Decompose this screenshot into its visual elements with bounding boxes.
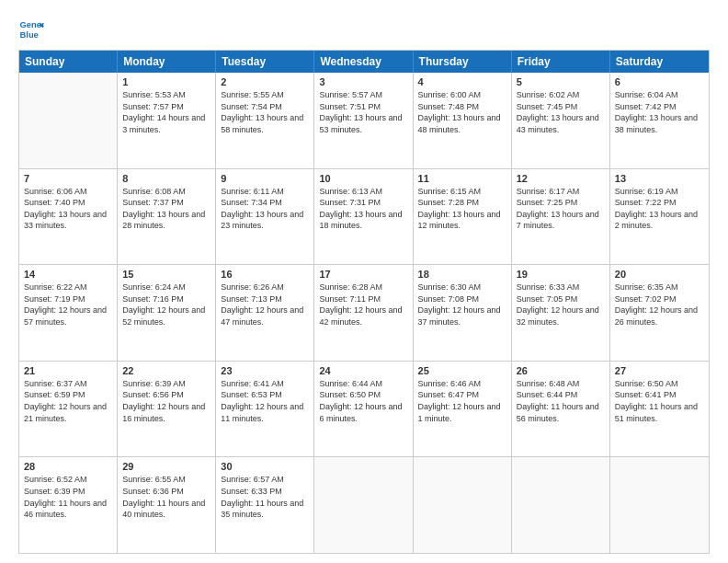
day-cell-26: 26Sunrise: 6:48 AMSunset: 6:44 PMDayligh… bbox=[512, 362, 610, 457]
day-number: 7 bbox=[24, 173, 112, 184]
day-cell-19: 19Sunrise: 6:33 AMSunset: 7:05 PMDayligh… bbox=[512, 265, 610, 361]
day-number: 20 bbox=[615, 269, 704, 280]
sun-info: Sunrise: 6:17 AMSunset: 7:25 PMDaylight:… bbox=[517, 186, 605, 232]
sun-info: Sunrise: 6:22 AMSunset: 7:19 PMDaylight:… bbox=[24, 282, 112, 327]
day-number: 10 bbox=[319, 173, 407, 184]
sun-info: Sunrise: 6:41 AMSunset: 6:53 PMDaylight:… bbox=[221, 378, 309, 424]
day-number: 24 bbox=[319, 365, 407, 376]
day-number: 15 bbox=[122, 269, 210, 280]
sun-info: Sunrise: 5:57 AMSunset: 7:51 PMDaylight:… bbox=[319, 89, 407, 135]
day-number: 27 bbox=[615, 365, 704, 376]
day-cell-10: 10Sunrise: 6:13 AMSunset: 7:31 PMDayligh… bbox=[314, 169, 413, 265]
day-cell-25: 25Sunrise: 6:46 AMSunset: 6:47 PMDayligh… bbox=[414, 362, 512, 457]
calendar-row-4: 21Sunrise: 6:37 AMSunset: 6:59 PMDayligh… bbox=[19, 361, 709, 457]
day-cell-2: 2Sunrise: 5:55 AMSunset: 7:54 PMDaylight… bbox=[216, 73, 314, 168]
sun-info: Sunrise: 6:50 AMSunset: 6:41 PMDaylight:… bbox=[615, 378, 704, 424]
sun-info: Sunrise: 6:02 AMSunset: 7:45 PMDaylight:… bbox=[517, 89, 605, 135]
sun-info: Sunrise: 6:46 AMSunset: 6:47 PMDaylight:… bbox=[418, 378, 506, 424]
day-cell-14: 14Sunrise: 6:22 AMSunset: 7:19 PMDayligh… bbox=[19, 265, 118, 361]
day-number: 2 bbox=[221, 76, 309, 87]
sun-info: Sunrise: 6:33 AMSunset: 7:05 PMDaylight:… bbox=[517, 282, 605, 327]
sun-info: Sunrise: 6:26 AMSunset: 7:13 PMDaylight:… bbox=[221, 282, 309, 327]
day-cell-11: 11Sunrise: 6:15 AMSunset: 7:28 PMDayligh… bbox=[414, 169, 512, 265]
day-cell-1: 1Sunrise: 5:53 AMSunset: 7:57 PMDaylight… bbox=[118, 73, 216, 168]
day-cell-3: 3Sunrise: 5:57 AMSunset: 7:51 PMDaylight… bbox=[314, 73, 413, 168]
day-cell-30: 30Sunrise: 6:57 AMSunset: 6:33 PMDayligh… bbox=[216, 457, 314, 553]
header-day-monday: Monday bbox=[118, 51, 216, 73]
sun-info: Sunrise: 5:55 AMSunset: 7:54 PMDaylight:… bbox=[221, 89, 309, 135]
header-day-sunday: Sunday bbox=[19, 51, 118, 73]
day-number: 5 bbox=[517, 76, 605, 87]
day-cell-13: 13Sunrise: 6:19 AMSunset: 7:22 PMDayligh… bbox=[610, 169, 709, 265]
day-cell-15: 15Sunrise: 6:24 AMSunset: 7:16 PMDayligh… bbox=[118, 265, 216, 361]
day-cell-23: 23Sunrise: 6:41 AMSunset: 6:53 PMDayligh… bbox=[216, 362, 314, 457]
empty-cell bbox=[610, 457, 709, 553]
day-cell-7: 7Sunrise: 6:06 AMSunset: 7:40 PMDaylight… bbox=[19, 169, 118, 265]
day-cell-8: 8Sunrise: 6:08 AMSunset: 7:37 PMDaylight… bbox=[118, 169, 216, 265]
sun-info: Sunrise: 6:28 AMSunset: 7:11 PMDaylight:… bbox=[319, 282, 407, 327]
empty-cell bbox=[414, 457, 512, 553]
day-number: 23 bbox=[221, 365, 309, 376]
calendar-body: 1Sunrise: 5:53 AMSunset: 7:57 PMDaylight… bbox=[19, 73, 709, 553]
sun-info: Sunrise: 6:15 AMSunset: 7:28 PMDaylight:… bbox=[418, 186, 506, 232]
empty-cell bbox=[314, 457, 413, 553]
sun-info: Sunrise: 6:57 AMSunset: 6:33 PMDaylight:… bbox=[221, 474, 309, 520]
day-number: 16 bbox=[221, 269, 309, 280]
day-number: 29 bbox=[122, 461, 210, 472]
day-number: 11 bbox=[418, 173, 506, 184]
sun-info: Sunrise: 6:37 AMSunset: 6:59 PMDaylight:… bbox=[24, 378, 112, 424]
sun-info: Sunrise: 6:30 AMSunset: 7:08 PMDaylight:… bbox=[418, 282, 506, 327]
day-number: 22 bbox=[122, 365, 210, 376]
calendar-row-5: 28Sunrise: 6:52 AMSunset: 6:39 PMDayligh… bbox=[19, 456, 709, 553]
sun-info: Sunrise: 6:06 AMSunset: 7:40 PMDaylight:… bbox=[24, 186, 112, 232]
day-cell-27: 27Sunrise: 6:50 AMSunset: 6:41 PMDayligh… bbox=[610, 362, 709, 457]
day-number: 13 bbox=[615, 173, 704, 184]
day-number: 8 bbox=[122, 173, 210, 184]
sun-info: Sunrise: 6:13 AMSunset: 7:31 PMDaylight:… bbox=[319, 186, 407, 232]
day-cell-9: 9Sunrise: 6:11 AMSunset: 7:34 PMDaylight… bbox=[216, 169, 314, 265]
logo: General Blue bbox=[18, 17, 47, 42]
day-number: 19 bbox=[517, 269, 605, 280]
day-cell-12: 12Sunrise: 6:17 AMSunset: 7:25 PMDayligh… bbox=[512, 169, 610, 265]
day-number: 1 bbox=[122, 76, 210, 87]
sun-info: Sunrise: 6:04 AMSunset: 7:42 PMDaylight:… bbox=[615, 89, 704, 135]
day-number: 14 bbox=[24, 269, 112, 280]
day-cell-4: 4Sunrise: 6:00 AMSunset: 7:48 PMDaylight… bbox=[414, 73, 512, 168]
sun-info: Sunrise: 6:48 AMSunset: 6:44 PMDaylight:… bbox=[517, 378, 605, 424]
sun-info: Sunrise: 6:24 AMSunset: 7:16 PMDaylight:… bbox=[122, 282, 210, 327]
day-cell-6: 6Sunrise: 6:04 AMSunset: 7:42 PMDaylight… bbox=[610, 73, 709, 168]
svg-text:Blue: Blue bbox=[20, 30, 39, 40]
header-day-friday: Friday bbox=[512, 51, 610, 73]
day-cell-22: 22Sunrise: 6:39 AMSunset: 6:56 PMDayligh… bbox=[118, 362, 216, 457]
day-number: 21 bbox=[24, 365, 112, 376]
sun-info: Sunrise: 6:08 AMSunset: 7:37 PMDaylight:… bbox=[122, 186, 210, 232]
day-number: 6 bbox=[615, 76, 704, 87]
day-cell-29: 29Sunrise: 6:55 AMSunset: 6:36 PMDayligh… bbox=[118, 457, 216, 553]
header-day-saturday: Saturday bbox=[610, 51, 709, 73]
calendar-row-2: 7Sunrise: 6:06 AMSunset: 7:40 PMDaylight… bbox=[19, 168, 709, 265]
sun-info: Sunrise: 6:11 AMSunset: 7:34 PMDaylight:… bbox=[221, 186, 309, 232]
header-day-tuesday: Tuesday bbox=[216, 51, 314, 73]
sun-info: Sunrise: 6:52 AMSunset: 6:39 PMDaylight:… bbox=[24, 474, 112, 520]
header-day-wednesday: Wednesday bbox=[314, 51, 413, 73]
day-cell-28: 28Sunrise: 6:52 AMSunset: 6:39 PMDayligh… bbox=[19, 457, 118, 553]
day-number: 18 bbox=[418, 269, 506, 280]
day-number: 12 bbox=[517, 173, 605, 184]
calendar: SundayMondayTuesdayWednesdayThursdayFrid… bbox=[18, 50, 710, 554]
day-number: 9 bbox=[221, 173, 309, 184]
empty-cell bbox=[19, 73, 118, 168]
day-number: 17 bbox=[319, 269, 407, 280]
day-cell-24: 24Sunrise: 6:44 AMSunset: 6:50 PMDayligh… bbox=[314, 362, 413, 457]
sun-info: Sunrise: 6:00 AMSunset: 7:48 PMDaylight:… bbox=[418, 89, 506, 135]
day-number: 3 bbox=[319, 76, 407, 87]
day-number: 4 bbox=[418, 76, 506, 87]
sun-info: Sunrise: 6:55 AMSunset: 6:36 PMDaylight:… bbox=[122, 474, 210, 520]
day-cell-5: 5Sunrise: 6:02 AMSunset: 7:45 PMDaylight… bbox=[512, 73, 610, 168]
day-cell-16: 16Sunrise: 6:26 AMSunset: 7:13 PMDayligh… bbox=[216, 265, 314, 361]
calendar-row-3: 14Sunrise: 6:22 AMSunset: 7:19 PMDayligh… bbox=[19, 264, 709, 361]
sun-info: Sunrise: 6:19 AMSunset: 7:22 PMDaylight:… bbox=[615, 186, 704, 232]
empty-cell bbox=[512, 457, 610, 553]
day-cell-21: 21Sunrise: 6:37 AMSunset: 6:59 PMDayligh… bbox=[19, 362, 118, 457]
day-number: 30 bbox=[221, 461, 309, 472]
calendar-header: SundayMondayTuesdayWednesdayThursdayFrid… bbox=[19, 51, 709, 73]
